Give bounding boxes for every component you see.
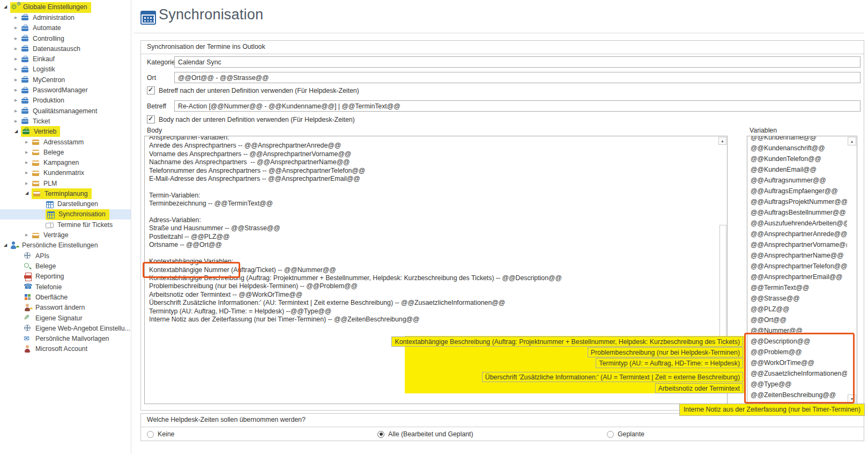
variable-item[interactable]: @@KundenEmail@@ (751, 164, 847, 175)
tooltip-arbeitsnotiz: Arbeitsnotiz oder Termintext (655, 383, 743, 393)
variable-item[interactable]: @@AnsprechpartnerName@@ (751, 250, 847, 261)
variable-item[interactable]: @@AuftragsProjektNummer@@ (751, 196, 847, 207)
sidebar-item-vertrieb[interactable]: Vertrieb (0, 127, 131, 137)
variable-item[interactable]: @@Strasse@@ (751, 293, 847, 304)
collapse-arrow-icon[interactable] (14, 47, 21, 51)
sidebar-item-produktion[interactable]: Produktion (0, 96, 131, 106)
variable-item[interactable]: @@KundenTelefon@@ (751, 153, 847, 164)
sidebar-item-ticket[interactable]: Ticket (0, 116, 131, 126)
variable-item[interactable]: @@AnsprechpartnerAnrede@@ (751, 229, 847, 239)
collapse-arrow-icon[interactable] (14, 36, 21, 41)
briefcase-icon (21, 96, 29, 105)
expand-arrow-icon[interactable] (25, 191, 32, 196)
sidebar-item-telefonie[interactable]: Telefonie (0, 282, 131, 292)
scroll-up-icon[interactable]: ▲ (848, 137, 856, 145)
radio-option-alle[interactable]: Alle (Bearbeitet und Geplant) (377, 430, 473, 438)
body-checkbox[interactable] (147, 115, 155, 123)
sidebar-item-datenaustausch[interactable]: Datenaustausch (0, 43, 131, 54)
sidebar-item-qualitaetsmanagement[interactable]: Qualitätsmanagement (0, 106, 131, 116)
sidebar-item-microsoft-account[interactable]: Microsoft Account (0, 344, 131, 354)
variable-item[interactable]: @@Kundenanschrift@@ (751, 143, 847, 153)
sidebar-item-oberflaeche[interactable]: Oberfläche (0, 292, 131, 302)
collapse-arrow-icon[interactable] (14, 57, 21, 61)
sidebar-item-termine-fuer-tickets[interactable]: Termine für Tickets (0, 219, 131, 230)
collapse-arrow-icon[interactable] (14, 78, 21, 82)
collapse-arrow-icon[interactable] (14, 16, 21, 20)
variable-item[interactable]: @@Ort@@ (751, 314, 847, 325)
expand-arrow-icon[interactable] (14, 129, 21, 134)
sidebar-item-reporting[interactable]: Reporting (0, 272, 131, 282)
sidebar-item-persoenliche-einstellungen[interactable]: Persönliche Einstellungen (0, 240, 131, 251)
variable-item[interactable]: @@AnsprechpartnerVorname@@ (751, 239, 847, 250)
sidebar-item-passwort-aendern[interactable]: Passwort ändern (0, 303, 131, 313)
radio-icon[interactable] (147, 431, 154, 438)
variable-item[interactable]: @@AuszufuehrendeArbeiten@@ (751, 218, 847, 229)
collapse-arrow-icon[interactable] (14, 26, 21, 30)
betreff-checkbox-row[interactable]: Betreff nach der unteren Definition verw… (147, 86, 359, 94)
sidebar-item-eigene-signatur[interactable]: Eigene Signatur (0, 313, 131, 323)
radio-label: Keine (158, 430, 174, 438)
sidebar-item-terminplanung[interactable]: Terminplanung (0, 188, 131, 199)
sidebar-item-passwordmanager[interactable]: PasswordManager (0, 85, 131, 95)
radio-option-geplante[interactable]: Geplante (607, 430, 644, 438)
radio-option-keine[interactable]: Keine (147, 430, 174, 438)
scroll-up-icon[interactable]: ▲ (718, 137, 726, 145)
user-gear-icon (10, 241, 19, 250)
body-scrollbar-thumb[interactable] (719, 225, 726, 342)
collapse-arrow-icon[interactable] (25, 181, 32, 186)
variable-item[interactable]: @@AnsprechpartnerTelefon@@ (751, 261, 847, 272)
sidebar-item-globale-einstellungen[interactable]: Globale Einstellungen (0, 2, 131, 12)
sidebar-item-belege[interactable]: Belege (0, 147, 131, 157)
sidebar-item-mycentron[interactable]: MyCentron (0, 75, 131, 85)
collapse-arrow-icon[interactable] (25, 160, 32, 165)
betreff-input[interactable] (174, 100, 860, 112)
sidebar-item-eigene-web-angebot[interactable]: Eigene Web-Angebot Einstellu... (0, 323, 131, 333)
sidebar-item-synchronisation[interactable]: Synchronisation (0, 209, 131, 219)
collapse-arrow-icon[interactable] (25, 150, 32, 155)
kategorie-label: Kategorie (147, 58, 175, 66)
sidebar-item-adressstamm[interactable]: Adressstamm (0, 137, 131, 147)
sidebar-item-administration[interactable]: Administration (0, 12, 131, 23)
sidebar-item-kundenmatrix[interactable]: Kundenmatrix (0, 168, 131, 178)
variable-item[interactable]: @@Auftragsnummer@@ (751, 175, 847, 186)
radio-icon[interactable] (607, 431, 614, 438)
collapse-arrow-icon[interactable] (25, 233, 32, 237)
collapse-arrow-icon[interactable] (14, 109, 21, 113)
sidebar-item-automate[interactable]: Automate (0, 23, 131, 33)
collapse-arrow-icon[interactable] (14, 119, 21, 123)
collapse-arrow-icon[interactable] (14, 67, 21, 71)
collapse-arrow-icon[interactable] (25, 140, 32, 144)
variable-item[interactable]: @@AuftragsEmpfaenger@@ (751, 186, 847, 196)
sidebar-item-vertraege[interactable]: Verträge (0, 230, 131, 240)
betreff-checkbox[interactable] (147, 86, 155, 94)
expand-arrow-icon[interactable] (4, 5, 10, 10)
body-checkbox-row[interactable]: Body nach der unteren Definition verwend… (147, 115, 355, 123)
collapse-arrow-icon[interactable] (14, 88, 21, 92)
sidebar-item-apis[interactable]: APIs (0, 251, 131, 261)
variable-item[interactable]: @@AuftragsBestellnummer@@ (751, 207, 847, 218)
calendar-icon (140, 11, 156, 25)
variable-item[interactable]: @@PLZ@@ (751, 304, 847, 314)
table-icon (46, 200, 54, 209)
expand-arrow-icon[interactable] (4, 243, 10, 248)
variable-item[interactable]: @@AnsprechpartnerEmail@@ (751, 272, 847, 282)
radio-selected-icon[interactable] (377, 431, 384, 438)
sidebar-item-kampagnen[interactable]: Kampagnen (0, 157, 131, 167)
helpdesk-groupbox: Welche Helpdesk-Zeiten sollen übernommen… (140, 413, 864, 441)
collapse-arrow-icon[interactable] (14, 98, 21, 102)
main-panel: Synchronisation Synchronisation der Term… (132, 0, 868, 454)
variable-item[interactable]: @@TerminText@@ (751, 282, 847, 293)
sidebar-item-einkauf[interactable]: Einkauf (0, 54, 131, 64)
ort-input[interactable] (174, 72, 860, 83)
sidebar-item-logistik[interactable]: Logistik (0, 64, 131, 75)
sidebar-item-belege-persoenlich[interactable]: Belege (0, 261, 131, 271)
sidebar-item-plm[interactable]: PLM (0, 178, 131, 188)
tooltip-zusaetzliche-informationen: Überschrift 'Zusätzliche Informationen:'… (482, 372, 743, 382)
collapse-arrow-icon[interactable] (25, 171, 32, 175)
sidebar-item-persoenliche-mailvorlagen[interactable]: Persönliche Mailvorlagen (0, 334, 131, 344)
tiles-icon (24, 292, 32, 302)
sidebar-item-controlling[interactable]: Controlling (0, 33, 131, 43)
kategorie-input[interactable] (174, 56, 860, 68)
variable-item[interactable]: @@Kundenname@@ (751, 136, 847, 143)
sidebar-item-darstellungen[interactable]: Darstellungen (0, 199, 131, 209)
